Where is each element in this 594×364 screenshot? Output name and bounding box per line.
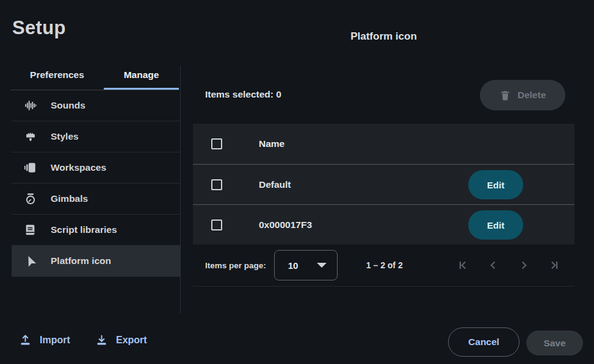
pagination-range-label: 1 – 2 of 2 xyxy=(366,260,403,270)
import-button-label: Import xyxy=(40,335,70,346)
items-per-page-value: 10 xyxy=(288,260,299,271)
platform-icon-table: Name Default Edit 0x000017F3 Edit xyxy=(193,124,574,244)
tab-manage[interactable]: Manage xyxy=(104,60,179,90)
book-icon xyxy=(24,223,37,237)
workspaces-icon xyxy=(24,161,37,174)
delete-button[interactable]: Delete xyxy=(480,80,565,110)
tab-preferences[interactable]: Preferences xyxy=(10,60,104,90)
chevron-down-icon xyxy=(317,263,327,268)
delete-button-label: Delete xyxy=(518,90,546,101)
sidebar: Sounds Styles Workspaces Gimbals Script … xyxy=(12,90,180,277)
table-row: Default Edit xyxy=(193,164,574,204)
pager-controls xyxy=(456,259,561,272)
items-selected-label: Items selected: 0 xyxy=(205,89,281,100)
page-title: Platform icon xyxy=(193,30,574,43)
sidebar-item-label: Script libraries xyxy=(51,224,117,235)
waveform-icon xyxy=(24,99,37,112)
items-per-page-select[interactable]: 10 xyxy=(274,250,338,280)
row-checkbox[interactable] xyxy=(211,219,222,230)
previous-page-button[interactable] xyxy=(487,259,500,272)
row-name: 0x000017F3 xyxy=(259,219,312,230)
sidebar-item-label: Platform icon xyxy=(51,255,111,266)
export-button-label: Export xyxy=(116,335,147,346)
last-page-button[interactable] xyxy=(548,259,561,272)
dialog-title: Setup xyxy=(12,17,66,39)
save-button[interactable]: Save xyxy=(526,330,583,355)
sidebar-item-label: Sounds xyxy=(51,100,85,111)
sidebar-item-script-libraries[interactable]: Script libraries xyxy=(12,215,180,246)
sidebar-divider xyxy=(180,66,181,313)
tab-bar: Preferences Manage xyxy=(10,60,179,90)
cancel-button[interactable]: Cancel xyxy=(448,327,520,357)
next-page-button[interactable] xyxy=(517,259,531,272)
brush-icon xyxy=(24,130,37,143)
sidebar-item-label: Styles xyxy=(51,131,79,142)
first-page-button[interactable] xyxy=(456,259,469,272)
navigation-arrow-icon xyxy=(24,254,37,268)
sidebar-item-sounds[interactable]: Sounds xyxy=(12,90,180,121)
sidebar-item-workspaces[interactable]: Workspaces xyxy=(12,152,180,184)
import-button[interactable]: Import xyxy=(18,333,70,347)
row-name: Default xyxy=(259,179,291,190)
download-icon xyxy=(95,333,109,347)
export-button[interactable]: Export xyxy=(95,333,147,347)
sidebar-item-gimbals[interactable]: Gimbals xyxy=(12,184,180,215)
sidebar-item-styles[interactable]: Styles xyxy=(12,121,180,152)
trash-icon xyxy=(499,90,511,101)
sidebar-item-label: Gimbals xyxy=(51,193,88,204)
name-column-header: Name xyxy=(259,138,284,149)
edit-button[interactable]: Edit xyxy=(468,170,523,199)
table-row: 0x000017F3 Edit xyxy=(193,204,574,244)
items-per-page-label: Items per page: xyxy=(205,261,266,270)
pagination-bar: Items per page: 10 1 – 2 of 2 xyxy=(193,244,574,287)
setup-dialog: Setup Preferences Manage Sounds Styles W… xyxy=(0,0,594,364)
select-all-checkbox[interactable] xyxy=(211,138,222,149)
sidebar-item-platform-icon[interactable]: Platform icon xyxy=(12,246,180,277)
gimbal-icon xyxy=(24,192,37,205)
upload-icon xyxy=(18,333,32,347)
edit-button[interactable]: Edit xyxy=(468,210,523,240)
row-checkbox[interactable] xyxy=(211,179,222,190)
table-header-row: Name xyxy=(193,124,574,164)
sidebar-item-label: Workspaces xyxy=(51,162,106,173)
